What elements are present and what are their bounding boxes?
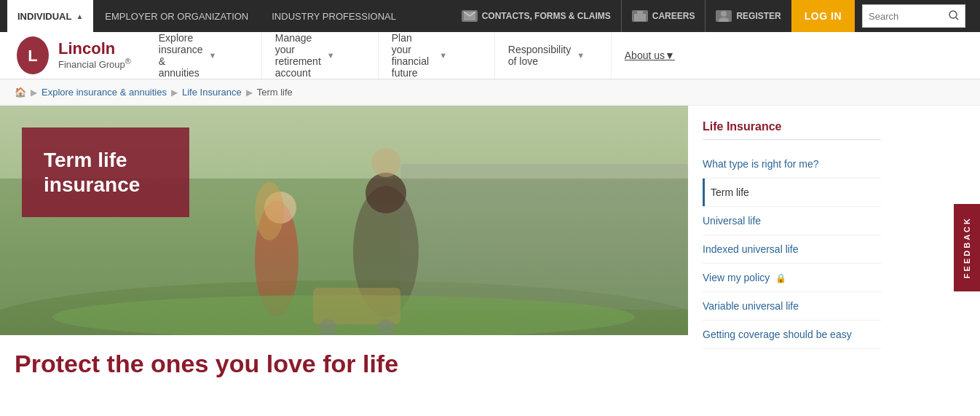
careers-label: CAREERS: [652, 11, 695, 21]
svg-point-16: [365, 173, 406, 213]
register-icon: [716, 10, 732, 22]
logo-financial: Financial Group®: [58, 58, 131, 71]
search-icon: [949, 10, 959, 20]
nav-item-explore-label: Explore insurance & annuities: [159, 32, 203, 79]
svg-point-18: [255, 200, 299, 317]
svg-point-17: [371, 148, 400, 177]
sidebar-item-view-policy: View my policy 🔒: [703, 264, 881, 292]
sidebar-item-what-type: What type is right for me?: [703, 150, 881, 178]
sidebar-item-universal-life: Universal life: [703, 207, 881, 235]
logo-area[interactable]: L Lincoln Financial Group®: [15, 36, 131, 76]
breadcrumb-separator-1: ▶: [31, 87, 37, 98]
nav-item-about[interactable]: About us ▼: [612, 32, 688, 79]
svg-point-6: [719, 17, 729, 22]
page-heading: Protect the ones you love for life: [0, 335, 688, 378]
breadcrumb-explore-link[interactable]: Explore insurance & annuities: [42, 87, 167, 98]
contacts-link[interactable]: CONTACTS, FORMS & CLAIMS: [451, 0, 622, 32]
main-content-area: Term life insurance Protect the ones you…: [0, 106, 980, 378]
hero-title-line2: insurance: [44, 173, 140, 196]
hero-title-line1: Term life: [44, 149, 127, 171]
contacts-label: CONTACTS, FORMS & CLAIMS: [482, 11, 611, 21]
sidebar-link-getting-coverage[interactable]: Getting coverage should be easy: [703, 321, 881, 348]
nav-item-manage[interactable]: Manage your retirement account ▼: [262, 32, 379, 79]
feedback-tab[interactable]: FEEDBACK: [954, 204, 980, 291]
svg-rect-22: [313, 288, 400, 324]
view-policy-label: View my policy: [703, 272, 770, 283]
feedback-label: FEEDBACK: [963, 216, 971, 278]
nav-items-container: Explore insurance & annuities ▼ Manage y…: [146, 32, 965, 79]
sidebar-item-indexed-universal: Indexed universal life: [703, 235, 881, 264]
svg-rect-14: [400, 164, 688, 310]
lincoln-logo-icon: L: [15, 36, 51, 76]
breadcrumb: 🏠 ▶ Explore insurance & annuities ▶ Life…: [0, 79, 980, 106]
sidebar-link-what-type[interactable]: What type is right for me?: [703, 150, 881, 178]
responsibility-dropdown-icon: ▼: [577, 51, 598, 60]
explore-dropdown-icon: ▼: [208, 51, 248, 60]
svg-point-15: [353, 186, 419, 317]
caret-icon: ▲: [76, 12, 83, 20]
search-input[interactable]: [863, 11, 943, 22]
hero-overlay-box: Term life insurance: [22, 127, 189, 217]
svg-point-23: [319, 319, 336, 335]
logo-text: Lincoln Financial Group®: [58, 40, 131, 71]
logo-lincoln: Lincoln: [58, 40, 131, 58]
main-navigation: L Lincoln Financial Group® Explore insur…: [0, 32, 980, 79]
sidebar-navigation: What type is right for me? Term life Uni…: [703, 150, 881, 349]
breadcrumb-current: Term life: [257, 87, 293, 98]
svg-rect-3: [637, 11, 643, 14]
login-button[interactable]: LOG IN: [791, 0, 855, 32]
sidebar-item-variable-universal: Variable universal life: [703, 292, 881, 321]
plan-dropdown-icon: ▼: [439, 51, 481, 60]
sidebar-item-getting-coverage: Getting coverage should be easy: [703, 321, 881, 349]
svg-point-24: [377, 319, 395, 335]
home-icon: 🏠: [15, 87, 26, 98]
right-sidebar: Life Insurance What type is right for me…: [688, 106, 896, 378]
sidebar-section-title: Life Insurance: [703, 120, 881, 140]
search-button[interactable]: [943, 10, 965, 23]
search-box: [862, 4, 965, 28]
nav-item-plan-label: Plan your financial future: [392, 32, 434, 79]
manage-dropdown-icon: ▼: [327, 51, 365, 60]
breadcrumb-separator-3: ▶: [246, 87, 253, 98]
careers-link[interactable]: CAREERS: [622, 0, 706, 32]
svg-line-8: [956, 17, 958, 20]
hero-title: Term life insurance: [44, 148, 167, 197]
lock-icon: 🔒: [775, 273, 786, 283]
nav-item-plan[interactable]: Plan your financial future ▼: [379, 32, 495, 79]
sidebar-link-term-life[interactable]: Term life: [703, 178, 881, 206]
breadcrumb-separator-2: ▶: [171, 87, 178, 98]
sidebar-link-variable-universal[interactable]: Variable universal life: [703, 292, 881, 320]
svg-point-7: [949, 11, 957, 18]
nav-item-responsibility[interactable]: Responsibility of love ▼: [495, 32, 612, 79]
nav-item-about-label: About us: [625, 50, 665, 61]
sidebar-link-view-policy[interactable]: View my policy 🔒: [703, 264, 881, 291]
sidebar-link-indexed-universal[interactable]: Indexed universal life: [703, 235, 881, 263]
register-link[interactable]: REGISTER: [706, 0, 791, 32]
breadcrumb-home-link[interactable]: 🏠: [15, 87, 26, 98]
article-area: Term life insurance Protect the ones you…: [0, 106, 688, 378]
register-label: REGISTER: [736, 11, 781, 21]
svg-point-21: [52, 295, 635, 335]
hero-image-container: Term life insurance: [0, 106, 688, 335]
contacts-icon: [462, 10, 478, 22]
careers-icon: [632, 10, 648, 22]
about-dropdown-icon: ▼: [665, 50, 675, 61]
nav-item-explore[interactable]: Explore insurance & annuities ▼: [146, 32, 262, 79]
svg-point-5: [721, 11, 727, 17]
top-navigation-bar: INDIVIDUAL ▲ EMPLOYER OR ORGANIZATION IN…: [0, 0, 980, 32]
individual-label: INDIVIDUAL: [17, 11, 71, 22]
individual-button[interactable]: INDIVIDUAL ▲: [7, 0, 93, 32]
svg-point-12: [0, 280, 688, 335]
svg-text:L: L: [28, 47, 37, 65]
employer-link[interactable]: EMPLOYER OR ORGANIZATION: [93, 11, 260, 22]
svg-rect-4: [634, 14, 646, 21]
svg-point-20: [255, 182, 284, 240]
nav-item-manage-label: Manage your retirement account: [275, 32, 321, 79]
breadcrumb-life-insurance-link[interactable]: Life Insurance: [182, 87, 242, 98]
top-bar-left-section: INDIVIDUAL ▲ EMPLOYER OR ORGANIZATION IN…: [7, 0, 408, 32]
sidebar-link-universal-life[interactable]: Universal life: [703, 207, 881, 235]
industry-link[interactable]: INDUSTRY PROFESSIONAL: [260, 11, 408, 22]
nav-item-responsibility-label: Responsibility of love: [508, 44, 571, 67]
top-bar-right-section: CONTACTS, FORMS & CLAIMS CAREERS REGISTE…: [451, 0, 973, 32]
sidebar-item-term-life: Term life: [703, 178, 881, 207]
